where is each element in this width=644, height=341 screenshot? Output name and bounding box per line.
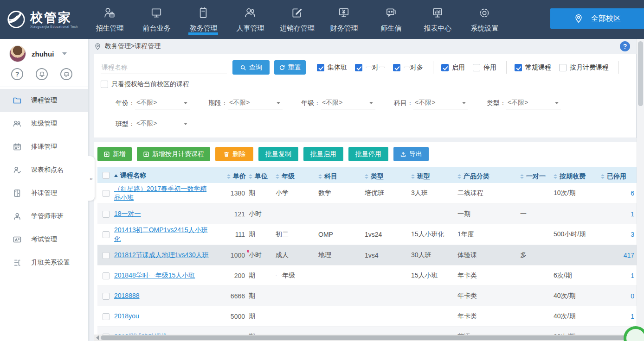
- nav-item-hr[interactable]: 人事管理: [227, 0, 274, 39]
- nav-item-admissions[interactable]: 招生管理: [86, 0, 133, 39]
- column-header-course-name[interactable]: 课程名称: [114, 171, 146, 180]
- nav-item-inventory[interactable]: 进销存管理: [274, 0, 321, 39]
- grade-select[interactable]: <不限>: [321, 97, 375, 109]
- sidebar-collapse-button[interactable]: «: [88, 156, 95, 201]
- main-content: 教务管理>课程管理 ? 查询 重置 集体班 一对一: [88, 39, 637, 341]
- filter-checkbox-enabled[interactable]: 启用: [441, 63, 465, 72]
- column-header-category[interactable]: 产品分类: [457, 172, 489, 181]
- toolbar: 新增 新增按月计费课程 删除 批量复制 批量启用 批量停用 导出: [97, 147, 637, 161]
- course-name-link[interactable]: 2018888: [114, 292, 140, 299]
- course-name-link[interactable]: 18一对一: [114, 210, 141, 217]
- stopped-count-link[interactable]: 3: [631, 231, 634, 238]
- vertical-scrollbar-thumb[interactable]: [638, 41, 643, 106]
- nav-label: 系统设置: [470, 24, 498, 33]
- sidebar-item-scheduling[interactable]: 排课管理: [0, 135, 88, 158]
- vertical-scrollbar[interactable]: [637, 39, 644, 341]
- batch-disable-button[interactable]: 批量停用: [348, 147, 388, 161]
- course-table: 课程名称 单价 单位 年级 科目 类型 班型 产品分类 一对一 按期收费 已停用: [97, 167, 637, 341]
- delete-button[interactable]: 删除: [215, 147, 253, 161]
- year-select[interactable]: <不限>: [135, 97, 190, 109]
- campus-selector-button[interactable]: 全部校区: [550, 8, 644, 29]
- row-select-checkbox[interactable]: [103, 252, 109, 259]
- table-row: 201848学时一年级15人小班 200 期 一年级 15人小班 年卡类 6次/…: [97, 265, 637, 286]
- column-header-type[interactable]: 类型: [365, 172, 384, 181]
- row-select-checkbox[interactable]: [103, 190, 109, 197]
- stopped-count-link[interactable]: 0: [631, 292, 634, 300]
- sidebar-menu: 课程管理 班级管理 排课管理 课表和点名 补课管理 学管师带班 考试管理 升班: [0, 89, 88, 274]
- sidebar-item-class-management[interactable]: 班级管理: [0, 112, 88, 135]
- nav-item-academic[interactable]: 教务管理: [180, 0, 227, 39]
- authorized-campus-only-checkbox[interactable]: 只看授权给当前校区的课程: [101, 80, 189, 88]
- row-select-checkbox[interactable]: [103, 272, 109, 279]
- batch-copy-button[interactable]: 批量复制: [258, 147, 298, 161]
- sidebar-item-promotion-settings[interactable]: 升班关系设置: [0, 251, 88, 274]
- filter-checkbox-one-to-one[interactable]: 一对一: [355, 63, 385, 72]
- column-header-stopped[interactable]: 已停用: [601, 172, 626, 181]
- nav-item-reports[interactable]: 报表中心: [414, 0, 461, 39]
- class-type-select[interactable]: <不限>: [135, 118, 190, 130]
- column-header-subject[interactable]: 科目: [318, 172, 337, 181]
- sidebar-item-supervisor-classes[interactable]: 学管师带班: [0, 205, 88, 228]
- notification-bell-icon[interactable]: [36, 68, 48, 80]
- nav-label: 财务管理: [330, 24, 358, 33]
- course-name-link[interactable]: 201812节课成人地理1vs430人班: [114, 251, 209, 259]
- export-button[interactable]: 导出: [393, 147, 429, 161]
- row-select-checkbox[interactable]: [103, 313, 109, 320]
- type-select[interactable]: <不限>: [506, 97, 561, 109]
- course-name-search-input[interactable]: [101, 61, 227, 74]
- column-header-grade[interactable]: 年级: [276, 172, 295, 181]
- message-robot-icon[interactable]: [60, 68, 72, 80]
- filter-checkbox-group-class[interactable]: 集体班: [317, 63, 347, 72]
- column-header-class-type[interactable]: 班型: [411, 172, 430, 181]
- course-name-link[interactable]: 201413初二OMP1vs2415人小班化: [114, 226, 208, 242]
- checkbox-unchecked-icon: [101, 81, 108, 88]
- nav-item-front-desk[interactable]: 前台业务: [133, 0, 180, 39]
- column-header-one-to-one[interactable]: 一对一: [520, 172, 546, 181]
- filter-checkbox-monthly-course[interactable]: 按月计费课程: [559, 63, 609, 72]
- sidebar-item-exam-management[interactable]: 考试管理: [0, 228, 88, 251]
- sort-asc-icon: [114, 174, 118, 177]
- stopped-count-link[interactable]: 1: [631, 272, 634, 279]
- sidebar-item-label: 升班关系设置: [31, 259, 70, 267]
- sidebar-item-timetable-rollcall[interactable]: 课表和点名: [0, 158, 88, 182]
- avatar[interactable]: [9, 45, 26, 62]
- term-select[interactable]: <不限>: [228, 97, 283, 109]
- stopped-count-link[interactable]: 417: [624, 252, 634, 259]
- filter-panel: 查询 重置 集体班 一对一 一对多: [94, 54, 637, 138]
- horizontal-scrollbar[interactable]: [94, 335, 637, 341]
- stopped-count-link[interactable]: 1: [631, 210, 634, 218]
- logo-subtitle: Xiaoguanjia Educational Tech: [30, 25, 78, 28]
- column-header-unit[interactable]: 单位: [249, 172, 268, 181]
- add-monthly-course-button[interactable]: 新增按月计费课程: [137, 147, 210, 161]
- nav-item-messages[interactable]: 师生信: [367, 0, 414, 39]
- course-name-link[interactable]: 2018you: [114, 312, 139, 320]
- column-header-price[interactable]: 单价: [227, 172, 246, 181]
- row-select-checkbox[interactable]: [103, 293, 109, 300]
- reset-button[interactable]: 重置: [274, 60, 306, 75]
- search-button[interactable]: 查询: [232, 60, 270, 75]
- filter-checkbox-regular-course[interactable]: 常规课程: [515, 63, 551, 72]
- row-select-checkbox[interactable]: [103, 211, 109, 218]
- row-select-checkbox[interactable]: [103, 231, 109, 238]
- course-name-link[interactable]: 201848学时一年级15人小班: [114, 272, 195, 279]
- filter-checkbox-disabled[interactable]: 停用: [473, 63, 496, 72]
- batch-enable-button[interactable]: 批量启用: [303, 147, 343, 161]
- stopped-count-link[interactable]: 1: [631, 313, 634, 320]
- select-all-checkbox[interactable]: [103, 172, 109, 179]
- nav-item-finance[interactable]: 财务管理: [321, 0, 367, 39]
- help-icon[interactable]: ?: [11, 68, 23, 80]
- column-header-fee[interactable]: 按期收费: [554, 172, 586, 181]
- horizontal-scrollbar-thumb[interactable]: [101, 335, 635, 340]
- subject-select[interactable]: <不限>: [413, 97, 468, 109]
- sidebar-item-course-management[interactable]: 课程管理: [0, 89, 88, 112]
- stopped-count-link[interactable]: 6: [631, 189, 634, 197]
- sidebar-item-makeup-lessons[interactable]: 补课管理: [0, 182, 88, 205]
- add-button[interactable]: 新增: [97, 147, 132, 161]
- filter-checkbox-one-to-many[interactable]: 一对多: [393, 63, 423, 72]
- course-name-link[interactable]: （红星路）2017春季初一数学精品小班: [114, 185, 206, 201]
- scroll-left-arrow-icon[interactable]: [96, 335, 99, 340]
- user-menu[interactable]: zhuhui: [0, 39, 88, 62]
- page-help-button[interactable]: ?: [620, 41, 630, 51]
- nav-item-settings[interactable]: 系统设置: [461, 0, 508, 39]
- app-logo[interactable]: 校管家 Xiaoguanjia Educational Tech: [0, 10, 86, 29]
